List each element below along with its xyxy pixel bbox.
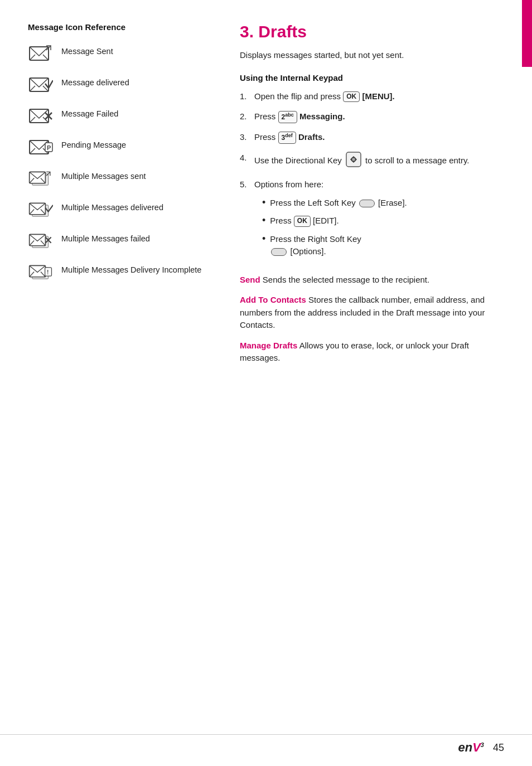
- step-4-content: Use the Directional Key: [254, 152, 504, 171]
- manage-drafts-label: Manage Drafts: [240, 341, 297, 350]
- step-2-messaging-label: Messaging.: [299, 111, 345, 121]
- step-1: 1. Open the flip and press OK [MENU].: [240, 90, 504, 103]
- step-2-num: 2.: [240, 110, 251, 123]
- ok-key-badge-2: OK: [294, 216, 311, 227]
- key-2-badge: 2abc: [278, 111, 297, 123]
- key-3-badge: 3def: [278, 132, 296, 144]
- list-item: Multiple Messages sent: [28, 169, 217, 190]
- step-4-num: 4.: [240, 152, 251, 164]
- step-2-content: Press 2abc Messaging.: [254, 110, 504, 123]
- bullet-item-options: • Press the Right Soft Key [Options].: [262, 233, 504, 258]
- svg-text:P: P: [47, 144, 51, 151]
- directional-key-icon: [346, 152, 361, 171]
- right-soft-key-icon: [271, 248, 287, 256]
- svg-line-1: [30, 55, 35, 60]
- step-5-content: Options from here: • Press the Left Soft…: [254, 178, 504, 266]
- list-item: Message delivered: [28, 75, 217, 96]
- bullet-dot-1: •: [262, 197, 265, 209]
- right-column: 3. Drafts Displays messages started, but…: [240, 22, 504, 372]
- step-3-drafts-label: Drafts.: [298, 132, 325, 142]
- multiple-messages-failed-icon: [28, 231, 54, 253]
- manage-drafts-option-desc: Manage Drafts Allows you to erase, lock,…: [240, 340, 504, 365]
- list-item: ! Multiple Messages Delivery Incomplete: [28, 263, 217, 284]
- page-number: 45: [493, 742, 504, 754]
- list-item: Multiple Messages failed: [28, 231, 217, 253]
- internal-keypad-title: Using the Internal Keypad: [240, 73, 504, 83]
- step-5-num: 5.: [240, 178, 251, 191]
- bullet-item-erase: • Press the Left Soft Key [Erase].: [262, 197, 504, 210]
- bullet-item-edit: • Press OK [EDIT].: [262, 215, 504, 227]
- step-1-num: 1.: [240, 90, 251, 103]
- step-3-num: 3.: [240, 131, 251, 144]
- accent-bar: [522, 0, 532, 67]
- svg-line-8: [30, 117, 35, 123]
- brand-superscript: 3: [481, 741, 484, 748]
- ok-key-badge: OK: [343, 91, 360, 103]
- multiple-messages-sent-icon: [28, 169, 54, 190]
- options-bullet-list: • Press the Left Soft Key [Erase]. •: [254, 197, 504, 258]
- svg-line-5: [30, 86, 35, 91]
- step-2: 2. Press 2abc Messaging.: [240, 110, 504, 123]
- multiple-messages-delivered-icon: [28, 200, 54, 221]
- svg-text:!: !: [47, 269, 49, 275]
- step-1-menu-label: [MENU].: [362, 91, 394, 101]
- svg-line-13: [30, 148, 35, 154]
- two-column-layout: Message Icon Reference: [28, 22, 504, 372]
- step-3-content: Press 3def Drafts.: [254, 131, 504, 144]
- list-item: Message Sent: [28, 44, 217, 65]
- message-failed-label: Message Failed: [61, 106, 118, 120]
- list-item: P Pending Message: [28, 138, 217, 159]
- multiple-messages-sent-label: Multiple Messages sent: [61, 169, 146, 182]
- pending-message-label: Pending Message: [61, 138, 126, 151]
- multiple-messages-incomplete-icon: !: [28, 263, 54, 284]
- svg-point-43: [352, 158, 355, 161]
- add-to-contacts-option-desc: Add To Contacts Stores the callback numb…: [240, 294, 504, 332]
- drafts-heading: 3. Drafts: [240, 22, 504, 41]
- step-3: 3. Press 3def Drafts.: [240, 131, 504, 144]
- steps-list: 1. Open the flip and press OK [MENU]. 2.…: [240, 90, 504, 266]
- bullet-dot-2: •: [262, 215, 265, 227]
- drafts-intro: Displays messages started, but not yet s…: [240, 49, 504, 62]
- list-item: Multiple Messages delivered: [28, 200, 217, 221]
- left-column: Message Icon Reference: [28, 22, 217, 372]
- icon-reference-list: Message Sent Message del: [28, 44, 217, 284]
- drafts-heading-text: 3. Drafts: [240, 22, 307, 41]
- brand-logo: enV3: [458, 740, 484, 755]
- add-to-contacts-label: Add To Contacts: [240, 295, 306, 304]
- page-container: Message Icon Reference: [0, 0, 532, 766]
- svg-rect-7: [30, 109, 49, 123]
- step-1-content: Open the flip and press OK [MENU].: [254, 90, 504, 103]
- multiple-messages-delivered-label: Multiple Messages delivered: [61, 200, 163, 214]
- svg-line-2: [43, 55, 49, 60]
- send-option-label: Send: [240, 275, 260, 284]
- page-footer: enV3 45: [0, 734, 532, 755]
- message-sent-label: Message Sent: [61, 44, 113, 57]
- options-option-text: Press the Right Soft Key [Options].: [270, 233, 361, 258]
- send-option-text: Sends the selected message to the recipi…: [263, 275, 429, 284]
- message-delivered-label: Message delivered: [61, 75, 129, 89]
- step-5: 5. Options from here: • Press the Left S…: [240, 178, 504, 266]
- svg-rect-0: [30, 47, 49, 60]
- bullet-dot-3: •: [262, 233, 265, 245]
- send-option-desc: Send Sends the selected message to the r…: [240, 274, 504, 287]
- left-soft-key-icon: [359, 200, 375, 207]
- left-section-title: Message Icon Reference: [28, 22, 217, 32]
- message-delivered-icon: [28, 75, 54, 96]
- message-sent-icon: [28, 44, 54, 65]
- brand-v: V: [472, 740, 481, 754]
- multiple-messages-failed-label: Multiple Messages failed: [61, 231, 150, 245]
- edit-option-text: Press OK [EDIT].: [270, 215, 338, 227]
- step-4: 4. Use the Directional Key: [240, 152, 504, 171]
- message-failed-icon: [28, 106, 54, 128]
- erase-option-text: Press the Left Soft Key [Erase].: [270, 197, 407, 210]
- multiple-messages-incomplete-label: Multiple Messages Delivery Incomplete: [61, 263, 201, 276]
- pending-message-icon: P: [28, 138, 54, 159]
- list-item: Message Failed: [28, 106, 217, 128]
